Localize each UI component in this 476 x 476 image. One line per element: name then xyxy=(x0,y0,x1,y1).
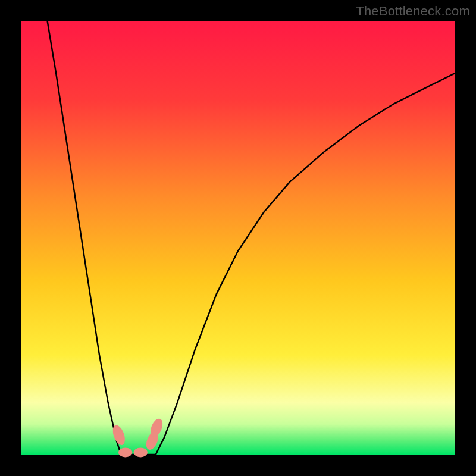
bottleneck-heatmap-plot xyxy=(21,21,455,455)
valley-marker-2 xyxy=(134,447,148,457)
valley-marker-1 xyxy=(118,447,132,457)
bottleneck-curve xyxy=(21,21,455,455)
viewport-frame: TheBottleneck.com xyxy=(0,0,476,476)
watermark-text: TheBottleneck.com xyxy=(356,4,470,19)
bottleneck-curve-path xyxy=(48,21,455,455)
